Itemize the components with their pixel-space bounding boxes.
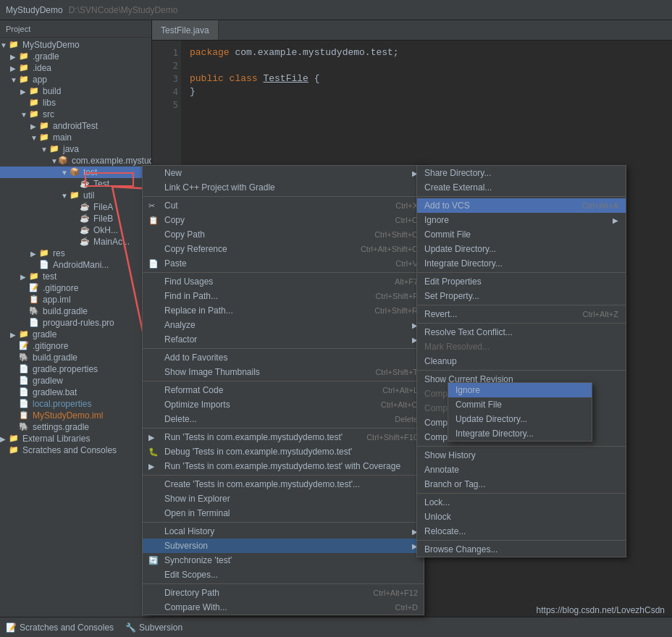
vcs-item-30[interactable]: Relocate...	[417, 524, 626, 539]
editor-tab[interactable]: TestFile.java	[152, 20, 219, 40]
menu-item-22[interactable]: ▶Run 'Tests in com.example.mystudydemo.t…	[143, 430, 424, 444]
tree-item-10[interactable]: ▼📦com.example.mystudydemo	[0, 155, 151, 166]
tree-icon-21: 📝	[29, 283, 41, 293]
vcs-item-15[interactable]: Mark Resolved...	[417, 339, 626, 354]
tree-item-25[interactable]: ▶📁gradle	[0, 329, 151, 340]
menu-item-4[interactable]: 📋CopyCtrl+C	[143, 213, 424, 227]
tree-item-28[interactable]: 📄gradle.properties	[0, 363, 151, 375]
vcs-item-7[interactable]: Integrate Directory...	[417, 256, 626, 271]
vcs-item-16[interactable]: Cleanup	[417, 354, 626, 368]
svn-item-3[interactable]: Integrate Directory...	[448, 426, 592, 441]
vcs-item-24[interactable]: Show History	[417, 448, 626, 463]
tree-view[interactable]: ▼📁MyStudyDemo▶📁.gradle▶📁.idea▼📁app▶📁buil…	[0, 38, 151, 617]
tree-icon-25: 📁	[19, 329, 30, 339]
vcs-item-32[interactable]: Browse Changes...	[417, 542, 626, 557]
vcs-item-6[interactable]: Update Directory...	[417, 242, 626, 256]
menu-item-15[interactable]: Add to Favorites	[143, 350, 424, 365]
tree-item-16[interactable]: ☕OkH...	[0, 224, 151, 236]
tree-item-29[interactable]: 📄gradlew	[0, 375, 151, 387]
svn-label-2: Update Directory...	[455, 414, 527, 424]
tree-item-14[interactable]: ☕FileA	[0, 201, 151, 213]
tree-item-12[interactable]: ☕Test...	[0, 178, 151, 190]
vcs-separator-31	[417, 540, 626, 541]
svn-item-0[interactable]: Ignore	[448, 383, 592, 397]
menu-item-35[interactable]: Directory PathCtrl+Alt+F12	[143, 586, 424, 600]
tree-item-9[interactable]: ▼📁java	[0, 143, 151, 155]
tree-item-22[interactable]: 📋app.iml	[0, 294, 151, 305]
svn-item-1[interactable]: Commit File	[448, 397, 592, 412]
menu-item-30[interactable]: Local History▶	[143, 524, 424, 539]
tree-item-7[interactable]: ▶📁androidTest	[0, 120, 151, 132]
vcs-item-4[interactable]: Ignore▶	[417, 213, 626, 227]
menu-item-13[interactable]: Refactor▶	[143, 332, 424, 347]
menu-item-18[interactable]: Reformat CodeCtrl+Alt+L	[143, 383, 424, 397]
tree-item-34[interactable]: ▶📁External Libraries	[0, 433, 151, 444]
tree-item-33[interactable]: 🐘settings.gradle	[0, 421, 151, 433]
menu-item-36[interactable]: Compare With...Ctrl+D	[143, 600, 424, 615]
menu-item-23[interactable]: 🐛Debug 'Tests in com.example.mystudydemo…	[143, 444, 424, 459]
tree-item-1[interactable]: ▶📁.gradle	[0, 51, 151, 62]
svn-item-2[interactable]: Update Directory...	[448, 412, 592, 426]
vcs-item-5[interactable]: Commit File	[417, 227, 626, 242]
menu-item-5[interactable]: Copy PathCtrl+Shift+C	[143, 227, 424, 242]
tree-item-13[interactable]: ▼📁util	[0, 190, 151, 201]
tree-item-32[interactable]: 📋MyStudyDemo.iml	[0, 410, 151, 421]
tree-icon-7: 📁	[39, 121, 51, 131]
menu-item-33[interactable]: Edit Scopes...	[143, 568, 424, 582]
vcs-item-26[interactable]: Branch or Tag...	[417, 477, 626, 492]
tree-item-24[interactable]: 📄proguard-rules.pro	[0, 317, 151, 329]
tree-item-27[interactable]: 🐘build.gradle	[0, 352, 151, 363]
menu-item-31[interactable]: Subversion▶	[143, 539, 424, 553]
tree-item-3[interactable]: ▼📁app	[0, 74, 151, 85]
tree-item-0[interactable]: ▼📁MyStudyDemo	[0, 39, 151, 51]
vcs-item-29[interactable]: Unlock	[417, 510, 626, 524]
tree-item-17[interactable]: ☕MainAc...	[0, 236, 151, 248]
tree-item-30[interactable]: 📄gradlew.bat	[0, 387, 151, 398]
tree-item-23[interactable]: 🐘build.gradle	[0, 305, 151, 317]
tree-item-18[interactable]: ▶📁res	[0, 248, 151, 259]
tree-item-5[interactable]: 📁libs	[0, 97, 151, 109]
scratches-consoles-button[interactable]: 📝 Scratches and Consoles	[6, 623, 114, 633]
vcs-item-3[interactable]: Add to VCSCtrl+Alt+A	[417, 198, 626, 213]
menu-item-9[interactable]: Find UsagesAlt+F7	[143, 274, 424, 289]
menu-item-7[interactable]: 📄PasteCtrl+V	[143, 256, 424, 271]
tree-item-35[interactable]: 📁Scratches and Consoles	[0, 444, 151, 456]
menu-item-10[interactable]: Find in Path...Ctrl+Shift+F	[143, 289, 424, 303]
menu-item-26[interactable]: Create 'Tests in com.example.mystudydemo…	[143, 477, 424, 492]
menu-item-20[interactable]: Delete...Delete	[143, 412, 424, 426]
tree-item-6[interactable]: ▼📁src	[0, 109, 151, 120]
subversion-bottom-button[interactable]: 🔧 Subversion	[125, 623, 182, 633]
tree-item-2[interactable]: ▶📁.idea	[0, 62, 151, 74]
tree-icon-3: 📁	[19, 75, 30, 85]
vcs-item-9[interactable]: Edit Properties	[417, 274, 626, 289]
tree-item-4[interactable]: ▶📁build	[0, 85, 151, 97]
menu-item-6[interactable]: Copy ReferenceCtrl+Alt+Shift+C	[143, 242, 424, 256]
menu-item-12[interactable]: Analyze▶	[143, 318, 424, 332]
vcs-shortcut-12: Ctrl+Alt+Z	[582, 310, 618, 318]
tree-item-20[interactable]: ▶📁test	[0, 271, 151, 282]
vcs-item-10[interactable]: Set Property...	[417, 289, 626, 303]
vcs-item-28[interactable]: Lock...	[417, 495, 626, 510]
vcs-item-12[interactable]: Revert...Ctrl+Alt+Z	[417, 307, 626, 321]
tree-item-8[interactable]: ▼📁main	[0, 132, 151, 143]
vcs-item-0[interactable]: Share Directory...	[417, 166, 626, 180]
tree-item-15[interactable]: ☕FileB	[0, 213, 151, 224]
menu-item-3[interactable]: ✂CutCtrl+X	[143, 198, 424, 213]
menu-item-32[interactable]: 🔄Synchronize 'test'	[143, 553, 424, 568]
menu-item-0[interactable]: New▶	[143, 166, 424, 180]
menu-item-28[interactable]: Open in Terminal	[143, 506, 424, 520]
menu-item-24[interactable]: ▶Run 'Tests in com.example.mystudydemo.t…	[143, 459, 424, 473]
tree-item-21[interactable]: 📝.gitignore	[0, 282, 151, 294]
vcs-item-1[interactable]: Create External...	[417, 180, 626, 195]
tree-item-31[interactable]: 📄local.properties	[0, 398, 151, 410]
menu-item-11[interactable]: Replace in Path...Ctrl+Shift+R	[143, 303, 424, 318]
vcs-item-14[interactable]: Resolve Text Conflict...	[417, 325, 626, 339]
menu-item-1[interactable]: Link C++ Project with Gradle	[143, 180, 424, 195]
menu-item-27[interactable]: Show in Explorer	[143, 492, 424, 506]
tree-item-19[interactable]: 📄AndroidMani...	[0, 259, 151, 271]
menu-item-19[interactable]: Optimize ImportsCtrl+Alt+O	[143, 397, 424, 412]
tree-item-11[interactable]: ▼📦test	[0, 166, 151, 178]
menu-item-16[interactable]: Show Image ThumbnailsCtrl+Shift+T	[143, 365, 424, 379]
vcs-item-25[interactable]: Annotate	[417, 463, 626, 477]
tree-item-26[interactable]: 📝.gitignore	[0, 340, 151, 352]
